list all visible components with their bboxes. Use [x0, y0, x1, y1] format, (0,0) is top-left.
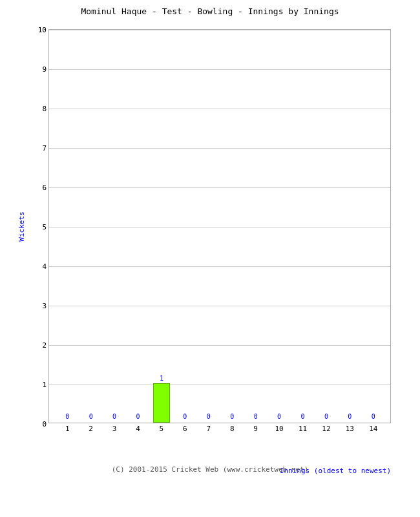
zero-label-innings-13: 0 [348, 413, 352, 420]
x-tick-label-6: 6 [183, 425, 187, 433]
gridline-3 [49, 306, 390, 306]
gridline-9 [49, 69, 390, 70]
y-tick-label-4: 4 [42, 262, 47, 271]
x-tick-label-11: 11 [299, 425, 307, 433]
x-tick-label-9: 9 [253, 425, 258, 433]
zero-label-innings-14: 0 [372, 413, 375, 420]
x-tick-label-12: 12 [322, 425, 330, 433]
gridline-7 [49, 148, 390, 149]
zero-label-innings-4: 0 [136, 413, 140, 420]
zero-label-innings-12: 0 [324, 413, 328, 420]
x-tick-label-5: 5 [160, 425, 164, 433]
y-tick-label-3: 3 [42, 302, 47, 310]
plot-area: 0123456789101234567891011121314000010000… [48, 29, 391, 423]
y-tick-label-8: 8 [42, 105, 47, 113]
gridline-5 [49, 227, 390, 227]
x-tick-label-7: 7 [206, 425, 211, 433]
gridline-8 [49, 109, 390, 109]
y-tick-label-5: 5 [42, 223, 47, 231]
y-axis-label: Wickets [17, 211, 26, 241]
bar-innings-5 [153, 383, 170, 423]
gridline-2 [49, 345, 390, 346]
y-tick-label-1: 1 [42, 381, 47, 389]
chart-area: Wickets 01234567891012345678910111213140… [16, 23, 404, 475]
y-axis-label-wrapper: Wickets [16, 29, 26, 423]
zero-label-innings-7: 0 [207, 413, 211, 420]
gridline-10 [49, 30, 390, 30]
zero-label-innings-1: 0 [65, 413, 69, 420]
x-tick-label-10: 10 [275, 425, 283, 433]
x-tick-label-4: 4 [136, 425, 140, 433]
zero-label-innings-8: 0 [230, 413, 234, 420]
zero-label-innings-6: 0 [183, 413, 187, 420]
y-tick-label-6: 6 [42, 184, 47, 192]
x-tick-label-8: 8 [230, 425, 235, 433]
x-tick-label-14: 14 [369, 425, 377, 433]
gridline-6 [49, 187, 390, 188]
zero-label-innings-2: 0 [89, 413, 93, 420]
zero-label-innings-10: 0 [277, 413, 281, 420]
x-tick-label-3: 3 [112, 425, 117, 433]
x-tick-label-13: 13 [346, 425, 354, 433]
bar-label-innings-5: 1 [160, 375, 163, 382]
x-tick-label-1: 1 [65, 425, 70, 433]
zero-label-innings-3: 0 [112, 413, 116, 420]
gridline-1 [49, 385, 390, 385]
x-tick-label-2: 2 [89, 425, 93, 433]
y-tick-label-0: 0 [42, 420, 47, 428]
gridline-4 [49, 266, 390, 267]
zero-label-innings-9: 0 [254, 413, 258, 420]
chart-container: Mominul Haque - Test - Bowling - Innings… [0, 0, 420, 517]
y-tick-label-10: 10 [38, 26, 47, 34]
y-tick-label-9: 9 [42, 65, 47, 74]
footer-text: (C) 2001-2015 Cricket Web (www.cricketwe… [16, 465, 404, 474]
zero-label-innings-11: 0 [300, 413, 304, 420]
y-tick-label-2: 2 [42, 341, 47, 350]
y-tick-label-7: 7 [42, 144, 47, 153]
chart-title: Mominul Haque - Test - Bowling - Innings… [81, 6, 339, 16]
